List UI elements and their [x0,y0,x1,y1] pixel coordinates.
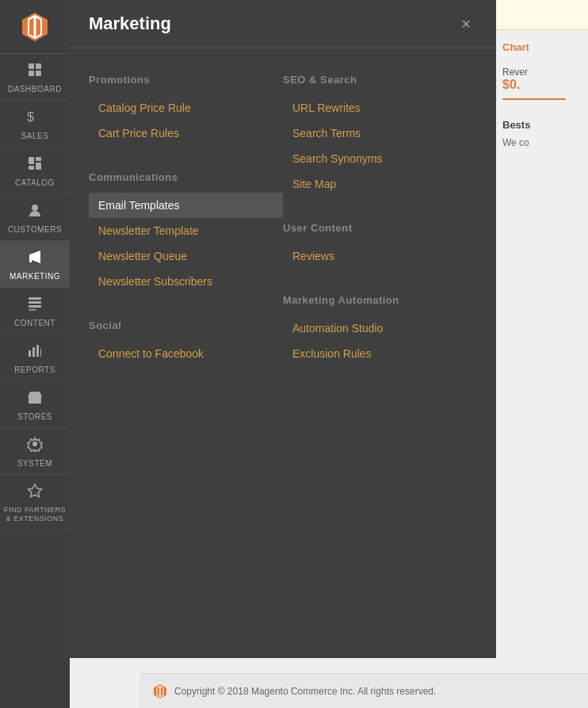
exclusion-rules-item[interactable]: Exclusion Rules [283,341,477,366]
marketing-dropdown: Marketing × Promotions Catalog Price Rul… [70,0,496,658]
close-button[interactable]: × [455,13,477,35]
svg-point-9 [32,205,38,211]
catalog-price-rule-item[interactable]: Catalog Price Rule [89,95,283,121]
dropdown-header: Marketing × [70,0,496,48]
seo-search-section-title: SEO & Search [283,74,477,86]
content-icon [27,296,43,316]
marketing-icon [27,249,43,269]
sidebar-item-sales[interactable]: $ SALES [0,101,70,147]
dropdown-title: Marketing [89,13,171,34]
svg-rect-3 [36,71,41,76]
sidebar-item-dashboard[interactable]: DASHBOARD [0,54,70,101]
sidebar-item-content-label: CONTENT [14,319,55,327]
svg-rect-19 [32,400,37,404]
svg-rect-13 [29,309,36,311]
bests-label: Bests [502,119,582,131]
we-co-text: We co [502,137,582,148]
svg-rect-5 [29,157,34,164]
newsletter-queue-item[interactable]: Newsletter Queue [89,243,283,269]
svg-rect-14 [29,350,31,357]
sidebar-item-reports-label: REPORTS [14,365,55,374]
dropdown-left-column: Promotions Catalog Price Rule Cart Price… [89,67,283,639]
dashboard-icon [27,62,43,82]
svg-text:$: $ [27,110,34,124]
newsletter-template-item[interactable]: Newsletter Template [89,218,283,243]
sidebar-item-catalog[interactable]: CATALOG [0,147,70,194]
marketing-automation-section-title: Marketing Automation [283,294,477,306]
sidebar: DASHBOARD $ SALES CATALOG CUSTOMERS MARK… [0,0,70,708]
svg-rect-0 [29,63,34,69]
sidebar-item-find-partners[interactable]: FIND PARTNERS & EXTENSIONS [0,475,70,530]
url-rewrites-item[interactable]: URL Rewrites [283,95,477,121]
sidebar-item-catalog-label: CATALOG [15,178,55,187]
chart-label: Chart [502,41,529,53]
dropdown-right-column: SEO & Search URL Rewrites Search Terms S… [283,67,477,639]
dropdown-body: Promotions Catalog Price Rule Cart Price… [70,48,496,658]
svg-point-20 [32,442,37,446]
svg-rect-2 [29,71,34,76]
system-icon [27,436,43,456]
svg-rect-6 [36,157,41,161]
sidebar-item-content[interactable]: CONTENT [0,288,70,335]
sidebar-logo [0,0,70,54]
find-partners-icon [27,483,43,503]
svg-rect-15 [32,347,35,357]
svg-rect-8 [29,166,34,170]
reviews-item[interactable]: Reviews [283,243,477,269]
magento-logo-icon [19,11,51,43]
sidebar-item-system[interactable]: SYSTEM [0,428,70,475]
site-map-item[interactable]: Site Map [283,171,477,197]
sidebar-item-dashboard-label: DASHBOARD [8,85,62,94]
search-terms-item[interactable]: Search Terms [283,121,477,146]
search-synonyms-item[interactable]: Search Synonyms [283,146,477,171]
svg-rect-11 [29,301,41,304]
svg-rect-1 [36,63,41,69]
sales-icon: $ [27,109,43,128]
cart-price-rules-item[interactable]: Cart Price Rules [89,121,283,146]
footer-magento-logo-icon [152,683,168,699]
revenue-label: Rever [502,67,582,78]
sidebar-item-find-partners-label: FIND PARTNERS & EXTENSIONS [3,506,67,523]
svg-rect-7 [36,163,41,170]
catalog-icon [27,155,43,175]
communications-section-title: Communications [89,171,283,183]
sidebar-item-reports[interactable]: REPORTS [0,335,70,381]
sidebar-item-stores-label: STORES [17,412,52,421]
customers-icon [27,202,43,222]
chart-area: Chart Rever $0. Bests We co [496,30,588,158]
sidebar-item-marketing[interactable]: MARKETING [0,241,70,288]
sidebar-item-sales-label: SALES [21,132,49,140]
user-content-section-title: User Content [283,222,477,234]
sidebar-item-marketing-label: MARKETING [10,272,60,281]
footer: Copyright © 2018 Magento Commerce Inc. A… [139,673,588,708]
stores-icon [27,389,43,409]
sidebar-item-customers[interactable]: CUSTOMERS [0,194,70,241]
svg-rect-12 [29,305,41,308]
reports-icon [27,343,43,362]
sidebar-item-stores[interactable]: STORES [0,381,70,428]
promotions-section-title: Promotions [89,74,283,86]
sidebar-item-system-label: SYSTEM [17,459,52,468]
revenue-value: $0. [502,78,582,92]
social-section-title: Social [89,320,283,331]
svg-rect-10 [29,297,41,300]
sidebar-item-customers-label: CUSTOMERS [8,225,62,234]
automation-studio-item[interactable]: Automation Studio [283,316,477,341]
svg-rect-17 [40,349,41,357]
email-templates-item[interactable]: Email Templates [89,193,283,218]
svg-rect-16 [36,345,39,357]
newsletter-subscribers-item[interactable]: Newsletter Subscribers [89,269,283,294]
svg-marker-21 [29,484,42,497]
connect-to-facebook-item[interactable]: Connect to Facebook [89,341,283,366]
footer-text: Copyright © 2018 Magento Commerce Inc. A… [174,686,436,697]
